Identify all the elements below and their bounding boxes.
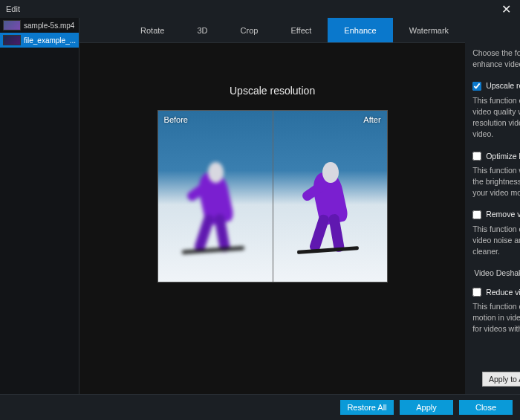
preview-body: Upscale resolution Before After: [79, 43, 465, 394]
opt-label: Remove video noise: [486, 209, 520, 220]
before-label: Before: [164, 115, 188, 124]
window-title: Edit: [6, 4, 498, 13]
apply-button[interactable]: Apply: [400, 400, 453, 415]
preview-title: Upscale resolution: [230, 85, 315, 97]
deshaking-subhead: Video Deshaking: [474, 268, 520, 279]
opt-brightness[interactable]: Optimize brightness and contrast: [472, 151, 520, 162]
opt-upscale[interactable]: Upscale resolution: [472, 80, 520, 91]
file-thumb-icon: [3, 20, 21, 30]
after-label: After: [363, 115, 380, 124]
content: Rotate 3D Crop Effect Enhance Watermark …: [79, 18, 520, 394]
tab-enhance[interactable]: Enhance: [328, 18, 392, 42]
footer: Restore All Apply Close: [0, 394, 520, 420]
titlebar: Edit ✕: [0, 0, 520, 18]
file-item[interactable]: file_example_...: [0, 33, 79, 48]
panel-buttons: Apply to All Restore Defaults: [472, 372, 520, 387]
close-icon[interactable]: ✕: [498, 2, 514, 16]
main: sample-5s.mp4 file_example_... Rotate 3D…: [0, 18, 520, 394]
checkbox-deshake[interactable]: [472, 288, 481, 297]
opt-label: Upscale resolution: [486, 80, 520, 91]
file-thumb-icon: [3, 35, 21, 45]
before-pane: Before: [158, 111, 273, 282]
tab-effect[interactable]: Effect: [274, 18, 328, 42]
tab-crop[interactable]: Crop: [224, 18, 275, 42]
opt-label: Reduce video shaking: [486, 287, 520, 298]
opt-desc: This function will automatically optimiz…: [472, 165, 520, 199]
close-button[interactable]: Close: [459, 400, 513, 415]
opt-deshake[interactable]: Reduce video shaking: [472, 287, 520, 298]
file-name: file_example_...: [24, 36, 76, 45]
checkbox-brightness[interactable]: [472, 152, 481, 161]
options-panel: Choose the following options to enhance …: [465, 18, 520, 394]
file-sidebar: sample-5s.mp4 file_example_...: [0, 18, 79, 394]
after-pane: After: [273, 111, 387, 282]
learn-more-link[interactable]: Learn more...: [472, 337, 520, 349]
compare-image: Before After: [157, 110, 388, 282]
tab-watermark[interactable]: Watermark: [393, 18, 465, 42]
opt-desc: This function enables you to get superb …: [472, 95, 520, 140]
opt-label: Optimize brightness and contrast: [486, 151, 520, 162]
opt-desc: This function can remove the dirt-like v…: [472, 224, 520, 258]
opt-noise[interactable]: Remove video noise: [472, 209, 520, 220]
opt-desc: This function can reduce shaking motion …: [472, 301, 520, 335]
checkbox-noise[interactable]: [472, 210, 481, 219]
file-name: sample-5s.mp4: [24, 22, 74, 30]
restore-all-button[interactable]: Restore All: [340, 400, 394, 415]
tabs: Rotate 3D Crop Effect Enhance Watermark: [79, 18, 465, 43]
panel-intro: Choose the following options to enhance …: [472, 48, 520, 70]
tab-3d[interactable]: 3D: [181, 18, 224, 42]
checkbox-upscale[interactable]: [472, 82, 481, 91]
tab-rotate[interactable]: Rotate: [124, 18, 181, 42]
preview-area: Rotate 3D Crop Effect Enhance Watermark …: [79, 18, 465, 394]
apply-to-all-button[interactable]: Apply to All: [482, 372, 520, 387]
file-item[interactable]: sample-5s.mp4: [0, 18, 79, 33]
